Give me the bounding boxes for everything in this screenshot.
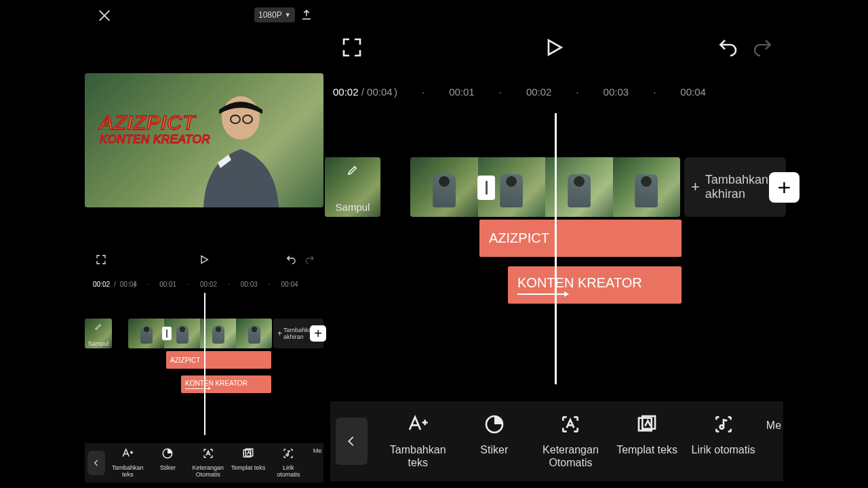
tool-text-template[interactable]: Templat teks (231, 447, 265, 479)
auto-lyrics-icon (282, 447, 294, 462)
tool-auto-lyrics[interactable]: Lirik otomatis (688, 413, 759, 470)
redo-button (752, 37, 774, 61)
video-preview[interactable]: AZIZPICT KONTEN KREATOR (85, 73, 323, 207)
plus-icon: + (691, 178, 700, 196)
add-clip-button[interactable]: + (769, 172, 800, 203)
tool-text-template[interactable]: Templat teks (612, 413, 683, 470)
sticker-icon (161, 447, 174, 462)
timeline-ruler[interactable]: 00:02 / 00:04 )· 00:01· 00:02· 00:03· 00… (333, 84, 783, 99)
undo-button[interactable] (285, 254, 296, 268)
auto-lyrics-icon (713, 413, 734, 438)
timeline-ruler-small[interactable]: 00:02 / 00:04 )· 00:01· 00:02· 00:03· 00… (93, 279, 325, 289)
preview-title-main: AZIZPICT (100, 111, 210, 134)
transition-marker[interactable] (477, 176, 495, 200)
auto-caption-icon (559, 413, 581, 438)
cover-label: Sampul (336, 201, 370, 213)
fullscreen-icon[interactable] (96, 254, 106, 268)
edit-icon (347, 164, 359, 179)
playhead[interactable] (555, 113, 557, 384)
preview-title-overlay: AZIZPICT KONTEN KREATOR (100, 111, 210, 146)
bottom-toolbar: Tambahkan teks Stiker Keterangan Otomati… (330, 401, 783, 481)
tool-auto-caption[interactable]: Keterangan Otomatis (191, 447, 225, 479)
video-clip[interactable] (410, 157, 680, 217)
tool-more[interactable]: Me (764, 413, 783, 470)
edit-icon (94, 321, 102, 333)
add-clip-button[interactable]: + (310, 325, 326, 342)
add-text-icon (407, 413, 429, 438)
add-ending-tile[interactable]: + Tambahkan akhiran + (684, 157, 786, 217)
redo-button (304, 254, 315, 268)
tool-auto-lyrics[interactable]: Lirik otomatis (271, 447, 306, 479)
transition-marker[interactable] (162, 327, 172, 340)
plus-icon: + (277, 329, 282, 338)
tool-sticker[interactable]: Stiker (151, 447, 185, 479)
toolbar-back-button[interactable] (87, 451, 105, 475)
fullscreen-icon[interactable] (341, 37, 363, 61)
text-template-icon (242, 447, 254, 462)
tool-add-text[interactable]: Tambahkan teks (111, 447, 145, 479)
playhead[interactable] (204, 293, 205, 435)
bottom-toolbar-small: Tambahkan teks Stiker Keterangan Otomati… (85, 443, 323, 483)
tool-sticker[interactable]: Stiker (459, 413, 530, 470)
sticker-icon (484, 413, 505, 438)
play-button[interactable] (199, 254, 210, 268)
video-clip[interactable] (128, 319, 272, 348)
text-track-1[interactable]: AZIZPICT (166, 351, 271, 369)
arrow-icon (517, 293, 565, 295)
cover-tile[interactable]: Sampul (85, 319, 112, 348)
cover-tile[interactable]: Sampul (325, 157, 380, 217)
time-current: 00:02 (93, 281, 110, 288)
play-button[interactable] (543, 37, 565, 61)
cover-label: Sampul (88, 340, 109, 347)
tool-add-text[interactable]: Tambahkan teks (382, 413, 454, 470)
text-track-2[interactable]: KONTEN KREATOR (508, 266, 682, 304)
preview-title-sub: KONTEN KREATOR (100, 133, 210, 146)
text-track-1[interactable]: AZIZPICT (479, 220, 682, 257)
tool-more[interactable]: Me (311, 447, 323, 479)
auto-caption-icon (202, 447, 214, 462)
time-current: 00:02 (333, 86, 359, 98)
tool-auto-caption[interactable]: Keterangan Otomatis (535, 413, 606, 470)
undo-button[interactable] (717, 37, 738, 61)
timeline-small[interactable]: Sampul + Tambahkan akhiran + AZIZPICT KO… (85, 293, 323, 435)
add-text-icon (121, 447, 134, 462)
add-ending-tile[interactable]: + Tambahkan akhiran + (273, 319, 323, 348)
text-template-icon (636, 413, 658, 438)
timeline[interactable]: Sampul + Tambahkan akhiran + AZIZPICT KO… (325, 113, 783, 400)
toolbar-back-button[interactable] (336, 418, 368, 465)
text-track-2[interactable]: KONTEN KREATOR (181, 375, 271, 393)
time-total: 00:04 (367, 86, 393, 98)
